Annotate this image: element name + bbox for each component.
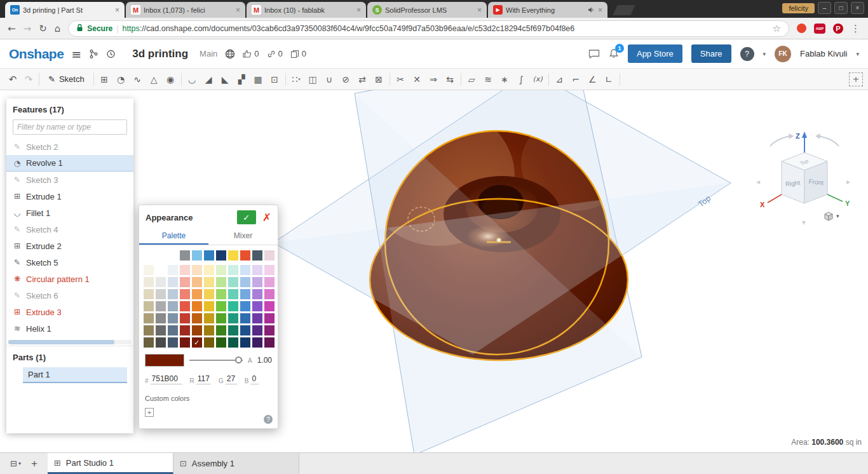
tab-close-icon[interactable]: × [477, 6, 482, 15]
main-menu-icon[interactable]: ≡ [71, 47, 81, 61]
color-swatch[interactable] [204, 313, 214, 323]
color-swatch[interactable] [192, 313, 202, 323]
color-swatch[interactable] [204, 301, 214, 311]
feature-item-sketch-4[interactable]: ✎Sketch 4 [6, 221, 133, 238]
tab-close-icon[interactable]: × [115, 6, 119, 15]
color-swatch[interactable] [156, 301, 166, 311]
color-swatch[interactable] [228, 289, 238, 299]
color-swatch[interactable] [264, 337, 275, 348]
feature-item-helix-1[interactable]: ≋Helix 1 [6, 320, 133, 337]
shell-icon[interactable]: ▦ [250, 71, 266, 88]
green-field[interactable]: 27 [226, 374, 237, 384]
color-swatch[interactable] [252, 265, 262, 275]
draft-icon[interactable]: ◣ [217, 71, 233, 88]
color-swatch[interactable] [204, 265, 214, 275]
browser-tab-onshape[interactable]: On 3d printing | Part St × [5, 2, 125, 18]
redo-icon[interactable]: ↷ [21, 71, 36, 88]
user-avatar[interactable]: FK [775, 46, 791, 62]
color-swatch[interactable] [240, 289, 250, 299]
color-swatch[interactable] [168, 301, 178, 311]
extension-red-icon[interactable] [797, 24, 806, 33]
url-bar[interactable]: Secure | https://cad.onshape.com/documen… [68, 20, 789, 37]
tab-palette[interactable]: Palette [139, 228, 208, 245]
color-swatch[interactable]: ✓ [192, 337, 202, 348]
color-swatch[interactable] [180, 301, 190, 311]
color-swatch[interactable] [240, 301, 250, 311]
point-icon[interactable]: ∗ [497, 71, 513, 88]
color-swatch[interactable] [252, 277, 262, 287]
color-swatch[interactable] [144, 265, 154, 275]
color-swatch[interactable] [192, 265, 202, 275]
red-field[interactable]: 117 [196, 374, 211, 384]
color-swatch[interactable] [144, 337, 154, 348]
confirm-button[interactable]: ✓ [237, 210, 256, 224]
quick-color-swatch[interactable] [204, 250, 214, 261]
comments-icon[interactable] [588, 49, 600, 59]
view-options-button[interactable]: ▾ [824, 211, 839, 221]
color-swatch[interactable] [180, 337, 190, 348]
workspace-label[interactable]: Main [200, 49, 217, 58]
fillet-icon[interactable]: ◡ [184, 71, 200, 88]
color-swatch[interactable] [144, 325, 154, 335]
like-counter[interactable]: 0 [243, 49, 259, 58]
hem-icon[interactable]: ∠ [585, 71, 600, 88]
delete-part-icon[interactable]: ⊠ [371, 71, 387, 88]
loft-icon[interactable]: △ [146, 71, 162, 88]
adblock-extension-icon[interactable]: ABP [814, 24, 825, 34]
color-swatch[interactable] [156, 289, 166, 299]
browser-tab-solidprofessor[interactable]: S SolidProfessor LMS × [367, 2, 487, 18]
browser-menu-icon[interactable]: ⋮ [851, 23, 860, 34]
part-list-item[interactable]: Part 1 [23, 367, 127, 383]
color-swatch[interactable] [144, 301, 154, 311]
share-button[interactable]: Share [691, 44, 731, 63]
color-swatch[interactable] [252, 313, 262, 323]
sweep-icon[interactable]: ∿ [130, 71, 146, 88]
app-store-button[interactable]: App Store [628, 44, 682, 63]
quick-color-swatch[interactable] [216, 250, 226, 261]
alpha-slider-knob[interactable] [235, 356, 242, 363]
color-swatch[interactable] [252, 289, 262, 299]
sketch-button[interactable]: ✎ Sketch [42, 71, 91, 88]
color-swatch[interactable] [180, 313, 190, 323]
pinterest-extension-icon[interactable]: P [833, 24, 843, 34]
color-swatch[interactable] [180, 265, 190, 275]
add-custom-color-button[interactable]: + [145, 408, 154, 417]
mirror-icon[interactable]: ◫ [305, 71, 321, 88]
alpha-value[interactable]: 1.00 [257, 356, 272, 365]
back-icon[interactable]: ← [8, 23, 16, 34]
feature-item-sketch-2[interactable]: ✎Sketch 2 [6, 139, 133, 155]
browser-tab-gmail-2[interactable]: M Inbox (10) - fablabk × [247, 2, 366, 18]
color-swatch[interactable] [204, 337, 214, 348]
color-swatch[interactable] [240, 325, 250, 335]
features-hscrollbar[interactable] [8, 340, 132, 344]
color-swatch[interactable] [240, 265, 250, 275]
color-swatch[interactable] [240, 277, 250, 287]
color-swatch[interactable] [168, 337, 178, 348]
quick-color-swatch[interactable] [252, 250, 262, 261]
corner-icon[interactable]: ∟ [601, 71, 617, 88]
color-swatch[interactable] [156, 277, 166, 287]
bookmark-star-icon[interactable]: ☆ [773, 23, 781, 34]
color-swatch[interactable] [144, 289, 154, 299]
thicken-icon[interactable]: ◉ [163, 71, 179, 88]
feature-filter-input[interactable] [13, 119, 127, 135]
color-swatch[interactable] [180, 325, 190, 335]
notifications-bell-icon[interactable]: 1 [609, 48, 619, 59]
transform-icon[interactable]: ⇄ [355, 71, 370, 88]
color-swatch[interactable] [168, 265, 178, 275]
window-minimize-button[interactable]: – [818, 2, 831, 14]
insert-tab-button[interactable]: + [31, 457, 37, 470]
feature-item-revolve-1[interactable]: ◔Revolve 1 [6, 155, 133, 172]
onshape-logo[interactable]: Onshape [9, 46, 64, 62]
tab-audio-icon[interactable] [588, 4, 595, 16]
quick-color-swatch[interactable] [228, 250, 238, 261]
tab-close-icon[interactable]: × [598, 6, 602, 15]
blue-field[interactable]: 0 [250, 374, 259, 384]
color-swatch[interactable] [180, 277, 190, 287]
copy-counter[interactable]: 0 [290, 49, 306, 58]
window-maximize-button[interactable]: □ [834, 2, 848, 14]
forward-icon[interactable]: → [24, 23, 32, 34]
color-swatch[interactable] [216, 289, 226, 299]
feature-item-sketch-3[interactable]: ✎Sketch 3 [6, 172, 133, 188]
new-browser-tab-button[interactable] [613, 5, 635, 15]
